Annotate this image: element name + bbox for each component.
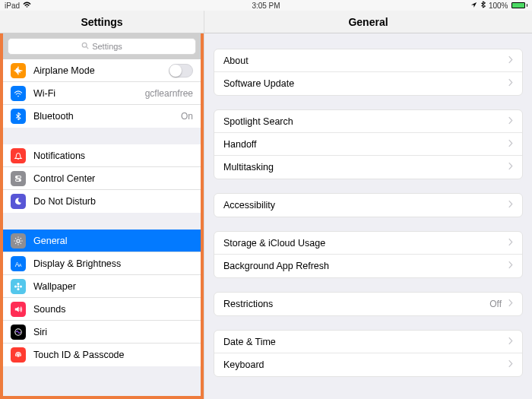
- detail-row-label: Date & Time: [223, 337, 276, 347]
- sidebar-item-display-brightness[interactable]: AADisplay & Brightness: [3, 252, 201, 275]
- general-title: General: [204, 11, 532, 33]
- search-input[interactable]: Settings: [8, 38, 196, 55]
- chevron-right-icon: [508, 238, 513, 249]
- chevron-right-icon: [508, 299, 513, 309]
- settings-title: Settings: [0, 11, 204, 33]
- detail-row-multitasking[interactable]: Multitasking: [214, 156, 522, 179]
- sidebar-item-label: Wi-Fi: [33, 88, 55, 99]
- sidebar: Settings Airplane ModeWi-FigcflearnfreeB…: [0, 33, 204, 399]
- detail-row-label: Accessibility: [223, 200, 275, 211]
- sidebar-item-wallpaper[interactable]: Wallpaper: [3, 275, 201, 298]
- detail-row-date-time[interactable]: Date & Time: [214, 331, 522, 353]
- chevron-right-icon: [508, 55, 513, 66]
- bell-icon: [11, 148, 26, 163]
- chevron-right-icon: [508, 78, 513, 89]
- detail-row-label: Restrictions: [223, 299, 273, 309]
- svg-text:A: A: [19, 262, 22, 267]
- status-time: 3:05 PM: [252, 2, 280, 10]
- sidebar-item-label: Wallpaper: [33, 281, 76, 292]
- search-row: Settings: [3, 33, 201, 59]
- bluetooth-icon: [11, 109, 26, 124]
- sidebar-item-bluetooth[interactable]: BluetoothOn: [3, 105, 201, 128]
- sidebar-item-airplane-mode[interactable]: Airplane Mode: [3, 59, 201, 82]
- moon-icon: [11, 194, 26, 209]
- status-right: 100%: [470, 1, 527, 10]
- sidebar-item-label: Siri: [33, 327, 47, 337]
- sidebar-item-notifications[interactable]: Notifications: [3, 144, 201, 167]
- detail-row-label: Software Update: [223, 78, 294, 89]
- svg-point-9: [17, 285, 20, 287]
- svg-point-0: [82, 43, 87, 47]
- sidebar-item-label: Notifications: [33, 150, 85, 161]
- svg-point-12: [14, 285, 17, 287]
- sidebar-item-siri[interactable]: Siri: [3, 321, 201, 344]
- bluetooth-icon: [480, 1, 486, 10]
- speaker-icon: [11, 302, 26, 317]
- sidebar-item-wifi[interactable]: Wi-Figcflearnfree: [3, 82, 201, 105]
- detail-row-storage-icloud-usage[interactable]: Storage & iCloud Usage: [214, 232, 522, 255]
- wifi-icon: [11, 86, 26, 101]
- detail-row-label: Handoff: [223, 139, 257, 150]
- switches-icon: [11, 171, 26, 186]
- chevron-right-icon: [508, 116, 513, 127]
- sidebar-item-touch-id-passcode[interactable]: Touch ID & Passcode: [3, 344, 201, 366]
- detail-row-label: Multitasking: [223, 162, 274, 173]
- split-headers: Settings General: [0, 11, 532, 33]
- detail-row-handoff[interactable]: Handoff: [214, 133, 522, 156]
- sidebar-item-value: gcflearnfree: [145, 88, 193, 99]
- chevron-right-icon: [508, 139, 513, 150]
- detail-row-background-app-refresh[interactable]: Background App Refresh: [214, 255, 522, 277]
- svg-point-13: [20, 285, 22, 287]
- status-bar: iPad 3:05 PM 100%: [0, 0, 532, 11]
- chevron-right-icon: [508, 162, 513, 173]
- device-label: iPad: [5, 2, 20, 10]
- sidebar-item-control-center[interactable]: Control Center: [3, 167, 201, 190]
- detail-row-label: Spotlight Search: [223, 116, 293, 127]
- detail-row-label: Background App Refresh: [223, 261, 329, 271]
- svg-point-1: [17, 95, 19, 97]
- sidebar-item-general[interactable]: General: [3, 230, 201, 252]
- sidebar-item-label: Airplane Mode: [33, 65, 95, 76]
- sidebar-item-label: Touch ID & Passcode: [33, 350, 125, 360]
- detail-row-about[interactable]: About: [214, 49, 522, 72]
- sidebar-item-value: On: [181, 111, 193, 122]
- text-icon: AA: [11, 256, 26, 271]
- fingerprint-icon: [11, 347, 26, 363]
- flower-icon: [11, 279, 26, 294]
- detail-row-accessibility[interactable]: Accessibility: [214, 194, 522, 217]
- sidebar-item-label: Control Center: [33, 173, 95, 184]
- battery-pct: 100%: [489, 2, 508, 10]
- detail-row-restrictions[interactable]: RestrictionsOff: [214, 293, 522, 315]
- detail-row-keyboard[interactable]: Keyboard: [214, 353, 522, 376]
- sidebar-item-do-not-disturb[interactable]: Do Not Disturb: [3, 190, 201, 213]
- detail-row-value: Off: [489, 299, 502, 309]
- search-placeholder: Settings: [92, 42, 122, 51]
- sidebar-item-label: General: [33, 236, 67, 246]
- detail-row-software-update[interactable]: Software Update: [214, 72, 522, 95]
- detail-row-label: Storage & iCloud Usage: [223, 238, 325, 249]
- split-main: Settings Airplane ModeWi-FigcflearnfreeB…: [0, 33, 532, 399]
- chevron-right-icon: [508, 261, 513, 271]
- sidebar-item-label: Bluetooth: [33, 111, 74, 122]
- sidebar-item-label: Do Not Disturb: [33, 196, 96, 207]
- location-icon: [470, 2, 477, 10]
- detail-row-spotlight-search[interactable]: Spotlight Search: [214, 110, 522, 133]
- siri-icon: [11, 325, 26, 340]
- chevron-right-icon: [508, 337, 513, 347]
- svg-point-10: [17, 282, 19, 284]
- gear-icon: [11, 233, 26, 249]
- battery-icon: [511, 2, 528, 8]
- wifi-icon: [23, 1, 31, 11]
- status-left: iPad: [5, 1, 31, 11]
- svg-point-6: [17, 239, 20, 242]
- detail-pane: AboutSoftware UpdateSpotlight SearchHand…: [204, 33, 532, 399]
- svg-point-11: [17, 287, 19, 290]
- sidebar-item-label: Display & Brightness: [33, 258, 121, 269]
- chevron-right-icon: [508, 200, 513, 211]
- sidebar-item-sounds[interactable]: Sounds: [3, 298, 201, 321]
- chevron-right-icon: [508, 359, 513, 370]
- detail-row-label: Keyboard: [223, 359, 264, 370]
- airplane-mode-toggle[interactable]: [169, 64, 193, 78]
- detail-row-label: About: [223, 55, 249, 66]
- airplane-icon: [11, 63, 26, 78]
